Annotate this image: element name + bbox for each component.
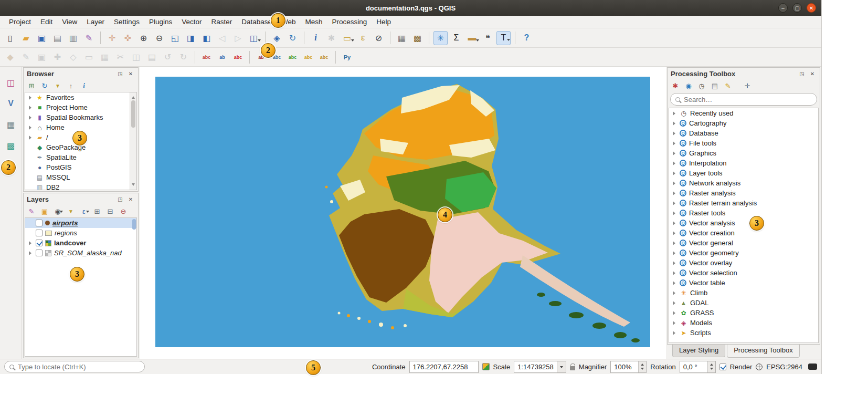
- field-calculator-icon[interactable]: ▩: [410, 31, 425, 45]
- deselect-all-icon[interactable]: ⊘: [372, 31, 386, 45]
- undo-icon[interactable]: ↺: [161, 50, 175, 64]
- expand-icon[interactable]: [672, 281, 677, 286]
- processing-item-raster-terrain-analysis[interactable]: QRaster terrain analysis: [669, 198, 818, 208]
- float-panel-icon[interactable]: ◳: [116, 69, 124, 78]
- expand-icon[interactable]: [28, 241, 33, 246]
- select-by-expression-icon[interactable]: ε: [356, 31, 370, 45]
- browser-item-spatialite[interactable]: ✒ SpatiaLite: [25, 152, 136, 162]
- toggle-editing-icon[interactable]: ✎: [19, 50, 33, 64]
- add-raster-layer-icon[interactable]: ▦: [4, 117, 18, 132]
- pan-map-icon[interactable]: ✛: [105, 31, 119, 45]
- locate-bar[interactable]: [4, 361, 145, 372]
- help-icon[interactable]: ?: [520, 31, 534, 45]
- processing-panel-header[interactable]: Processing Toolbox ◳ ✕: [668, 68, 820, 79]
- scrollbar-thumb[interactable]: [132, 219, 136, 230]
- tab-layer-styling[interactable]: Layer Styling: [672, 345, 725, 357]
- new-project-icon[interactable]: ▯: [3, 31, 17, 45]
- browser-item-postgis[interactable]: ● PostGIS: [25, 162, 136, 172]
- layer-item-regions[interactable]: regions: [25, 228, 136, 238]
- expand-icon[interactable]: [672, 300, 677, 306]
- expand-icon[interactable]: [672, 131, 677, 136]
- crs-icon[interactable]: [756, 364, 763, 370]
- float-panel-icon[interactable]: ◳: [798, 69, 806, 78]
- filter-by-expression-icon[interactable]: ε: [79, 206, 89, 216]
- magnifier-spinbox[interactable]: 100%: [610, 361, 647, 373]
- add-group-icon[interactable]: ▣: [39, 206, 50, 216]
- map-tips-icon[interactable]: ❝: [481, 31, 495, 45]
- processing-item-models[interactable]: ◈Models: [669, 318, 818, 328]
- expand-icon[interactable]: [672, 141, 677, 146]
- rotation-spinbox[interactable]: 0,0 °: [680, 361, 716, 373]
- vertex-tool-icon[interactable]: ◇: [66, 50, 80, 64]
- close-panel-icon[interactable]: ✕: [126, 195, 135, 203]
- processing-item-database[interactable]: QDatabase: [669, 128, 818, 138]
- save-layer-edits-icon[interactable]: ▣: [35, 50, 49, 64]
- filter-legend-icon[interactable]: ▼: [66, 206, 76, 216]
- pan-to-selection-icon[interactable]: ✜: [121, 31, 135, 45]
- expand-icon[interactable]: [672, 251, 677, 256]
- processing-item-grass[interactable]: ✿GRASS: [669, 308, 818, 318]
- zoom-out-icon[interactable]: ⊖: [152, 31, 166, 45]
- results-viewer-icon[interactable]: ▤: [710, 80, 720, 91]
- processing-item-vector-analysis[interactable]: QVector analysis: [669, 218, 818, 228]
- zoom-full-icon[interactable]: ◱: [168, 31, 182, 45]
- delete-selected-icon[interactable]: ▦: [98, 50, 112, 64]
- menu-settings[interactable]: Settings: [109, 16, 144, 27]
- add-feature-icon[interactable]: ✚: [50, 50, 65, 64]
- expand-icon[interactable]: [28, 95, 33, 100]
- spin-buttons[interactable]: [638, 361, 646, 372]
- processing-item-vector-creation[interactable]: QVector creation: [669, 228, 818, 238]
- processing-item-vector-general[interactable]: QVector general: [669, 238, 818, 248]
- browser-item-mssql[interactable]: ▤ MSSQL: [25, 172, 136, 182]
- chevron-down-icon[interactable]: [557, 361, 566, 372]
- coordinate-input[interactable]: [409, 361, 479, 373]
- expand-icon[interactable]: [672, 330, 677, 336]
- processing-options-icon[interactable]: ✛: [742, 80, 753, 91]
- spin-buttons[interactable]: [707, 361, 715, 372]
- processing-item-interpolation[interactable]: QInterpolation: [669, 158, 818, 168]
- processing-item-file-tools[interactable]: QFile tools: [669, 138, 818, 148]
- scroll-up-icon[interactable]: [132, 95, 135, 99]
- expand-icon[interactable]: [28, 125, 33, 130]
- expand-icon[interactable]: [672, 310, 677, 316]
- processing-search-box[interactable]: [670, 93, 817, 106]
- layer-item-sr-som-alaska-nad[interactable]: SR_SOM_alaska_nad: [25, 248, 136, 258]
- browser-scrollbar[interactable]: [130, 92, 136, 190]
- menu-layer[interactable]: Layer: [82, 16, 109, 27]
- expand-icon[interactable]: [28, 251, 33, 256]
- expand-icon[interactable]: [672, 201, 677, 206]
- layer-checkbox[interactable]: [36, 220, 43, 226]
- expand-icon[interactable]: [672, 121, 677, 126]
- style-manager-icon[interactable]: ✎: [82, 31, 96, 45]
- processing-search-input[interactable]: [684, 96, 812, 103]
- expand-icon[interactable]: [672, 111, 677, 116]
- layer-item-landcover[interactable]: landcover: [25, 238, 136, 248]
- zoom-next-icon[interactable]: ▷: [231, 31, 245, 45]
- expand-all-icon[interactable]: ⊞: [92, 206, 102, 216]
- crs-label[interactable]: EPSG:2964: [766, 363, 802, 371]
- processing-item-raster-analysis[interactable]: QRaster analysis: [669, 188, 818, 198]
- scroll-down-icon[interactable]: [132, 183, 135, 188]
- browser-item-favorites[interactable]: ★ Favorites: [25, 92, 136, 102]
- processing-item-cartography[interactable]: QCartography: [669, 118, 818, 128]
- open-project-icon[interactable]: ▰: [19, 31, 33, 45]
- statistics-icon[interactable]: Σ: [449, 31, 463, 45]
- menu-vector[interactable]: Vector: [177, 16, 206, 27]
- expand-icon[interactable]: [672, 271, 677, 276]
- menu-plugins[interactable]: Plugins: [144, 16, 177, 27]
- change-label-icon[interactable]: abc: [317, 50, 331, 64]
- menu-project[interactable]: Project: [4, 16, 36, 27]
- processing-item-climb[interactable]: ✳Climb: [669, 288, 818, 298]
- locate-input[interactable]: [18, 363, 140, 371]
- processing-item-network-analysis[interactable]: QNetwork analysis: [669, 178, 818, 188]
- layer-checkbox[interactable]: [36, 240, 43, 246]
- layer-item-airports[interactable]: airports: [25, 218, 136, 228]
- processing-item-scripts[interactable]: ➤Scripts: [669, 328, 818, 338]
- processing-toolbox-icon[interactable]: ✳: [433, 31, 448, 45]
- browser-item-project-home[interactable]: ■ Project Home: [25, 102, 136, 112]
- expand-icon[interactable]: [672, 290, 677, 296]
- layer-checkbox[interactable]: [36, 230, 43, 236]
- layer-checkbox[interactable]: [36, 250, 43, 256]
- copy-features-icon[interactable]: ◫: [129, 50, 143, 64]
- title-bar[interactable]: documentation3.qgs - QGIS – ▢ ✕: [0, 0, 821, 16]
